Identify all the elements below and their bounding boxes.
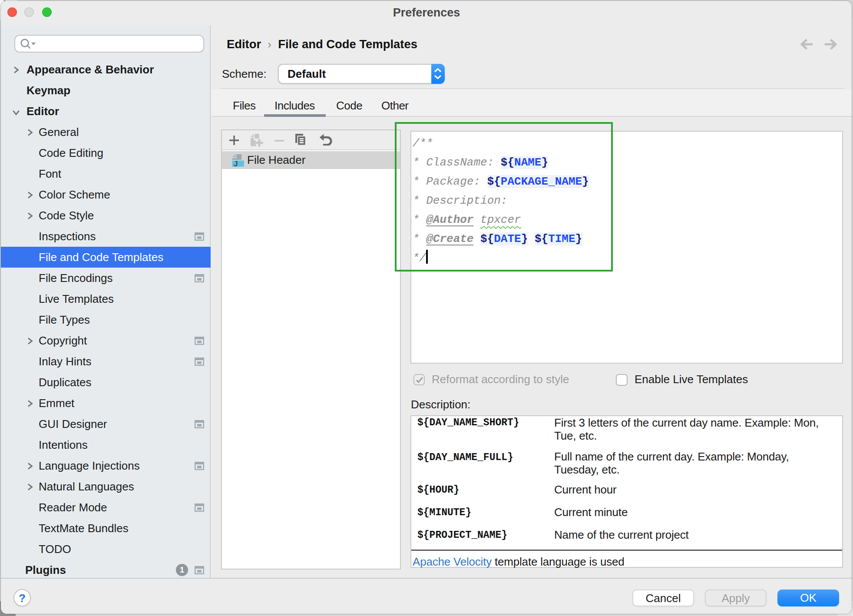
svg-text:J: J (234, 160, 238, 167)
